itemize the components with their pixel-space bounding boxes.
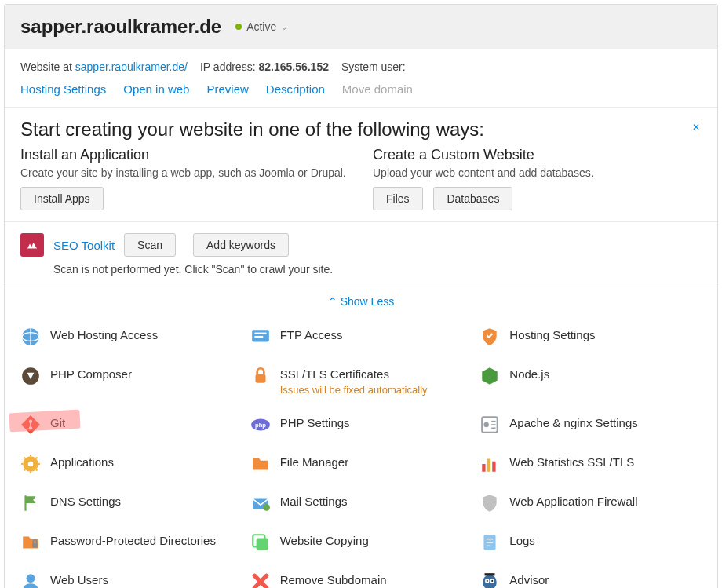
svg-rect-26 bbox=[30, 455, 31, 456]
feature-label: Git bbox=[50, 416, 65, 429]
feature-ftp-access[interactable]: FTP Access bbox=[250, 319, 472, 355]
feature-grid: Web Hosting AccessFTP AccessHosting Sett… bbox=[5, 316, 717, 588]
feature-logs[interactable]: Logs bbox=[480, 524, 702, 561]
feature-mail-settings[interactable]: Mail Settings bbox=[250, 485, 472, 521]
feature-label: Node.js bbox=[509, 367, 549, 381]
feature-label: Logs bbox=[509, 534, 535, 547]
svg-rect-20 bbox=[38, 463, 40, 465]
dns-settings-icon bbox=[20, 493, 41, 513]
feature-label: FTP Access bbox=[280, 328, 343, 341]
php-settings-icon: php bbox=[250, 415, 271, 435]
ssl-icon bbox=[250, 366, 271, 386]
feature-php-composer[interactable]: PHP Composer bbox=[20, 358, 242, 404]
feature-waf[interactable]: Web Application Firewall bbox=[480, 485, 702, 521]
install-heading: Install an Application bbox=[20, 147, 349, 163]
feature-ssl[interactable]: SSL/TLS CertificatesIssues will be fixed… bbox=[250, 358, 472, 404]
feature-nodejs[interactable]: Node.js bbox=[480, 358, 702, 404]
feature-web-users[interactable]: Web Users bbox=[20, 564, 242, 588]
feature-label: Web Users bbox=[50, 573, 108, 586]
feature-web-hosting-access[interactable]: Web Hosting Access bbox=[20, 319, 242, 355]
svg-rect-23 bbox=[24, 469, 25, 471]
status-dropdown[interactable]: Active ⌄ bbox=[235, 20, 287, 33]
seo-note: Scan is not performed yet. Click "Scan" … bbox=[53, 263, 702, 276]
install-apps-button[interactable]: Install Apps bbox=[20, 187, 104, 210]
svg-rect-21 bbox=[36, 469, 38, 471]
files-button[interactable]: Files bbox=[373, 187, 423, 210]
add-keywords-button[interactable]: Add keywords bbox=[193, 233, 289, 257]
ip-label: IP address: bbox=[200, 60, 258, 73]
svg-point-14 bbox=[484, 422, 490, 428]
chevron-up-icon: ⌃ bbox=[328, 295, 337, 308]
web-stats-icon bbox=[480, 454, 500, 474]
svg-point-41 bbox=[27, 574, 35, 583]
feature-label: Password-Protected Directories bbox=[50, 534, 216, 547]
svg-rect-22 bbox=[30, 472, 31, 473]
svg-rect-29 bbox=[487, 459, 490, 472]
feature-php-settings[interactable]: phpPHP Settings bbox=[250, 407, 472, 443]
feature-label: File Manager bbox=[280, 455, 349, 469]
show-less-toggle[interactable]: ⌃ Show Less bbox=[5, 287, 717, 316]
feature-label: Mail Settings bbox=[280, 495, 348, 508]
custom-website-col: Create a Custom Website Upload your web … bbox=[373, 147, 702, 210]
seo-toolkit-link[interactable]: SEO Toolkit bbox=[53, 239, 115, 252]
feature-label: Applications bbox=[50, 455, 114, 469]
feature-pwd-dirs[interactable]: Password-Protected Directories bbox=[20, 524, 242, 561]
svg-rect-27 bbox=[36, 457, 38, 458]
feature-file-manager[interactable]: File Manager bbox=[250, 446, 472, 482]
svg-rect-28 bbox=[483, 464, 486, 472]
feature-label: Remove Subdomain bbox=[280, 573, 387, 586]
svg-rect-36 bbox=[256, 539, 268, 550]
open-in-web-link[interactable]: Open in web bbox=[123, 82, 189, 96]
feature-label: Apache & nginx Settings bbox=[509, 416, 637, 429]
logs-icon bbox=[480, 532, 500, 553]
feature-label: Web Application Firewall bbox=[509, 495, 637, 508]
feature-applications[interactable]: Applications bbox=[20, 446, 242, 482]
feature-label: Hosting Settings bbox=[509, 328, 595, 341]
feature-label: Advisor bbox=[509, 573, 549, 586]
svg-text:php: php bbox=[255, 422, 266, 429]
databases-button[interactable]: Databases bbox=[433, 187, 512, 210]
custom-heading: Create a Custom Website bbox=[373, 147, 702, 163]
ftp-access-icon bbox=[250, 327, 271, 347]
hosting-settings-link[interactable]: Hosting Settings bbox=[20, 82, 106, 96]
svg-rect-46 bbox=[485, 573, 495, 575]
feature-web-stats[interactable]: Web Statistics SSL/TLS bbox=[480, 446, 702, 482]
close-icon[interactable]: ✕ bbox=[692, 122, 700, 133]
panel-header: sapper.raoulkramer.de Active ⌄ bbox=[5, 5, 717, 49]
svg-rect-4 bbox=[254, 333, 266, 334]
hosting-settings-icon bbox=[480, 327, 500, 347]
system-user-label: System user: bbox=[341, 60, 406, 73]
svg-rect-7 bbox=[255, 374, 265, 383]
feature-website-copy[interactable]: Website Copying bbox=[250, 524, 472, 561]
feature-hosting-settings[interactable]: Hosting Settings bbox=[480, 319, 702, 355]
git-icon bbox=[20, 415, 41, 435]
svg-rect-24 bbox=[21, 463, 23, 465]
php-composer-icon bbox=[20, 366, 41, 386]
feature-label: PHP Settings bbox=[280, 416, 350, 429]
feature-remove-sub[interactable]: Remove Subdomain bbox=[250, 564, 472, 588]
feature-apache-nginx[interactable]: Apache & nginx Settings bbox=[480, 407, 702, 443]
feature-label: Web Statistics SSL/TLS bbox=[509, 455, 634, 469]
web-hosting-access-icon bbox=[20, 327, 41, 347]
mail-settings-icon bbox=[250, 493, 271, 513]
feature-label: PHP Composer bbox=[50, 367, 132, 381]
feature-git[interactable]: Git bbox=[20, 407, 242, 443]
file-manager-icon bbox=[250, 454, 271, 474]
web-users-icon bbox=[20, 572, 41, 588]
start-creating-section: Start creating your website in one of th… bbox=[5, 107, 717, 221]
pwd-dirs-icon bbox=[20, 532, 41, 553]
scan-button[interactable]: Scan bbox=[124, 233, 176, 257]
svg-rect-30 bbox=[493, 462, 496, 472]
feature-label: SSL/TLS Certificates bbox=[280, 367, 389, 381]
preview-link[interactable]: Preview bbox=[206, 82, 248, 96]
svg-point-33 bbox=[263, 504, 270, 511]
feature-advisor[interactable]: Advisor bbox=[480, 564, 702, 588]
website-url-link[interactable]: sapper.raoulkramer.de/ bbox=[75, 60, 188, 73]
chevron-down-icon: ⌄ bbox=[281, 23, 287, 31]
feature-note: Issues will be fixed automatically bbox=[280, 384, 428, 396]
install-application-col: Install an Application Create your site … bbox=[20, 147, 349, 210]
description-link[interactable]: Description bbox=[266, 82, 325, 96]
domain-action-links: Hosting Settings Open in web Preview Des… bbox=[5, 79, 717, 107]
svg-rect-5 bbox=[254, 336, 263, 338]
feature-dns-settings[interactable]: DNS Settings bbox=[20, 485, 242, 521]
